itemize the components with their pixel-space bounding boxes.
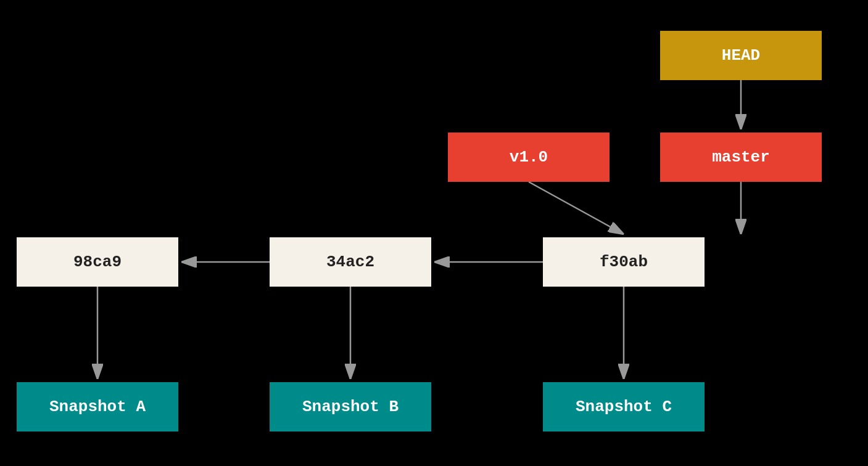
head-label: HEAD	[722, 46, 760, 65]
commit-34ac2-label: 34ac2	[326, 253, 374, 271]
commit-98ca9-label: 98ca9	[73, 253, 122, 271]
commit-f30ab-node: f30ab	[543, 237, 705, 287]
commit-98ca9-node: 98ca9	[17, 237, 178, 287]
snapshot-a-label: Snapshot A	[49, 398, 146, 416]
v1-node: v1.0	[448, 133, 610, 182]
master-label: master	[712, 148, 770, 166]
snapshot-b-label: Snapshot B	[302, 398, 399, 416]
snapshot-c-label: Snapshot C	[576, 398, 672, 416]
commit-f30ab-label: f30ab	[600, 253, 648, 271]
snapshot-c-node: Snapshot C	[543, 382, 705, 431]
head-node: HEAD	[660, 31, 822, 80]
svg-line-3	[529, 182, 624, 234]
master-node: master	[660, 133, 822, 182]
v1-label: v1.0	[510, 148, 548, 166]
commit-34ac2-node: 34ac2	[270, 237, 431, 287]
git-diagram: HEAD master v1.0 f30ab 34ac2 98ca9 Snaps…	[0, 0, 868, 466]
snapshot-b-node: Snapshot B	[270, 382, 431, 431]
snapshot-a-node: Snapshot A	[17, 382, 178, 431]
